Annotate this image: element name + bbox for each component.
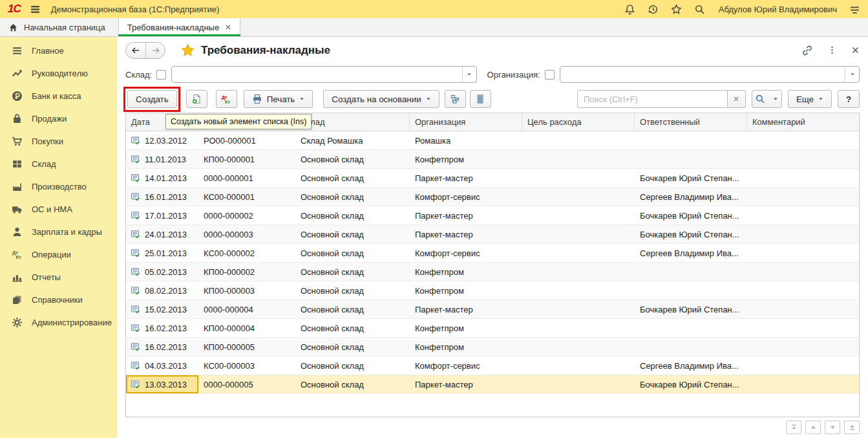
table-row[interactable]: 11.01.2013КП00-000001Основной складКонфе… [126, 150, 859, 169]
back-button[interactable] [126, 43, 145, 58]
more-kebab-icon[interactable] [827, 45, 837, 55]
cell-warehouse: Основной склад [295, 356, 410, 375]
cell-number: КП00-000001 [198, 150, 295, 168]
cell-comment [747, 338, 859, 356]
current-user[interactable]: Абдулов Юрий Владимирович [719, 5, 837, 14]
table-row[interactable]: 14.01.20130000-000001Основной складПарке… [126, 169, 859, 188]
help-button[interactable]: ? [838, 90, 860, 108]
cell-organization: Конфетпром [410, 338, 522, 356]
sidebar-item[interactable]: Продажи [0, 107, 117, 130]
organization-filter-checkbox[interactable] [545, 70, 555, 80]
more-caret-icon [818, 96, 823, 102]
table-row[interactable]: 16.01.2013КС00-000001Основной складКомфо… [126, 188, 859, 206]
topbar: 1С Демонстрационная база (1С:Предприятие… [0, 0, 868, 18]
copy-button[interactable] [186, 90, 207, 108]
cell-responsible: Сергеев Владимир Ива... [635, 244, 747, 262]
sidebar-item[interactable]: Отчеты [0, 266, 117, 289]
ruble-icon [11, 91, 23, 102]
table-row[interactable]: 08.02.2013КП00-000003Основной складКонфе… [126, 281, 859, 300]
blocks-icon [11, 159, 23, 170]
sidebar-item[interactable]: Администрирование [0, 311, 117, 334]
cell-warehouse: Основной склад [295, 225, 410, 243]
posted-document-icon [130, 154, 140, 164]
posted-document-icon [130, 210, 140, 221]
column-header[interactable]: Цель расхода [522, 113, 635, 131]
posted-document-icon [130, 323, 140, 333]
tab-close-icon[interactable] [225, 24, 231, 30]
go-down-button[interactable] [825, 421, 840, 434]
notifications-bell-icon[interactable] [624, 4, 635, 15]
sidebar-item-label: Продажи [32, 114, 67, 124]
warehouse-filter-combo[interactable] [171, 66, 476, 83]
cart-icon [11, 136, 23, 147]
sidebar-item-label: Руководителю [32, 69, 88, 78]
search-clear-icon[interactable] [728, 90, 746, 108]
filter-row: Склад: Организация: [117, 63, 868, 85]
table-row[interactable]: 05.02.2013КП00-000002Основной складКонфе… [126, 263, 859, 281]
sidebar-item[interactable]: Главное [0, 39, 117, 62]
page-title: Требования-накладные [201, 44, 330, 57]
organization-filter-combo[interactable] [560, 66, 860, 83]
sidebar-item[interactable]: Покупки [0, 130, 117, 153]
sidebar-item-label: Банк и касса [32, 91, 81, 101]
table-row[interactable]: 15.02.20130000-000004Основной складПарке… [126, 300, 859, 319]
table-row[interactable]: 24.01.20130000-000003Основной складПарке… [126, 225, 859, 244]
cell-date: 16.01.2013 [126, 188, 198, 206]
cell-warehouse: Склад Ромашка [295, 131, 410, 149]
table-row[interactable]: 25.01.2013КС00-000002Основной складКомфо… [126, 244, 859, 263]
sidebar-item[interactable]: Руководителю [0, 62, 117, 85]
favorite-star-icon[interactable] [181, 43, 195, 57]
list-view-button[interactable] [470, 90, 491, 108]
table-row[interactable]: 04.03.2013КС00-000003Основной складКомфо… [126, 356, 859, 375]
organization-combo-dropdown-icon[interactable] [845, 67, 859, 82]
go-to-top-button[interactable] [786, 421, 801, 434]
history-icon[interactable] [648, 4, 659, 15]
sidebar-item[interactable]: Зарплата и кадры [0, 221, 117, 243]
search-options-button[interactable] [752, 90, 782, 108]
sidebar-item[interactable]: ДтКтОперации [0, 243, 117, 266]
table-row[interactable]: 12.03.2012РО00-000001Склад РомашкаРомашк… [126, 131, 859, 150]
create-button[interactable]: Создать [127, 90, 177, 108]
column-header[interactable]: Склад [295, 113, 410, 131]
cell-comment [747, 169, 859, 187]
favorites-star-icon[interactable] [671, 4, 682, 15]
create-based-on-button[interactable]: Создать на основании [323, 90, 439, 108]
sidebar-item[interactable]: Банк и касса [0, 85, 117, 107]
search-input[interactable] [577, 90, 728, 108]
sidebar-item-label: Операции [32, 250, 71, 259]
cell-date: 15.02.2013 [126, 300, 198, 318]
tab-home[interactable]: Начальная страница [0, 18, 118, 36]
close-view-icon[interactable] [851, 46, 860, 54]
hierarchy-view-button[interactable] [445, 90, 466, 108]
table-row[interactable]: 13.03.20130000-000005Основной складПарке… [126, 375, 859, 394]
cell-warehouse: Основной склад [295, 263, 410, 281]
forward-button[interactable] [145, 43, 165, 58]
sidebar-item[interactable]: Производство [0, 175, 117, 198]
cell-date: 04.03.2013 [126, 356, 198, 375]
main-menu-icon[interactable] [30, 4, 41, 15]
cell-purpose [522, 319, 635, 337]
list-view: Требования-накладные Склад: Организация: [117, 37, 868, 438]
cell-date: 05.02.2013 [126, 263, 198, 281]
global-search-icon[interactable] [694, 4, 705, 15]
user-menu-icon[interactable] [849, 4, 860, 15]
cell-purpose [522, 356, 635, 375]
sidebar-item[interactable]: Склад [0, 153, 117, 175]
dtkt-postings-button[interactable]: ДтКт [216, 90, 237, 108]
get-link-icon[interactable] [801, 45, 813, 56]
column-header[interactable]: Ответственный [635, 113, 747, 131]
go-up-button[interactable] [805, 421, 821, 434]
sidebar-item[interactable]: Справочники [0, 289, 117, 311]
table-row[interactable]: 16.02.2013КП00-000004Основной складКонфе… [126, 319, 859, 338]
print-button[interactable]: Печать [244, 90, 313, 108]
tab-trebovaniya-nakladnye[interactable]: Требования-накладные [118, 18, 240, 36]
table-row[interactable]: 16.02.2013КП00-000005Основной складКонфе… [126, 338, 859, 356]
warehouse-combo-dropdown-icon[interactable] [462, 67, 476, 82]
warehouse-filter-checkbox[interactable] [156, 70, 166, 80]
column-header[interactable]: Комментарий [747, 113, 859, 131]
table-row[interactable]: 17.01.20130000-000002Основной складПарке… [126, 206, 859, 225]
more-button[interactable]: Еще [788, 90, 832, 108]
sidebar-item[interactable]: ОС и НМА [0, 198, 117, 221]
go-to-bottom-button[interactable] [844, 421, 860, 434]
column-header[interactable]: Организация [410, 113, 522, 131]
